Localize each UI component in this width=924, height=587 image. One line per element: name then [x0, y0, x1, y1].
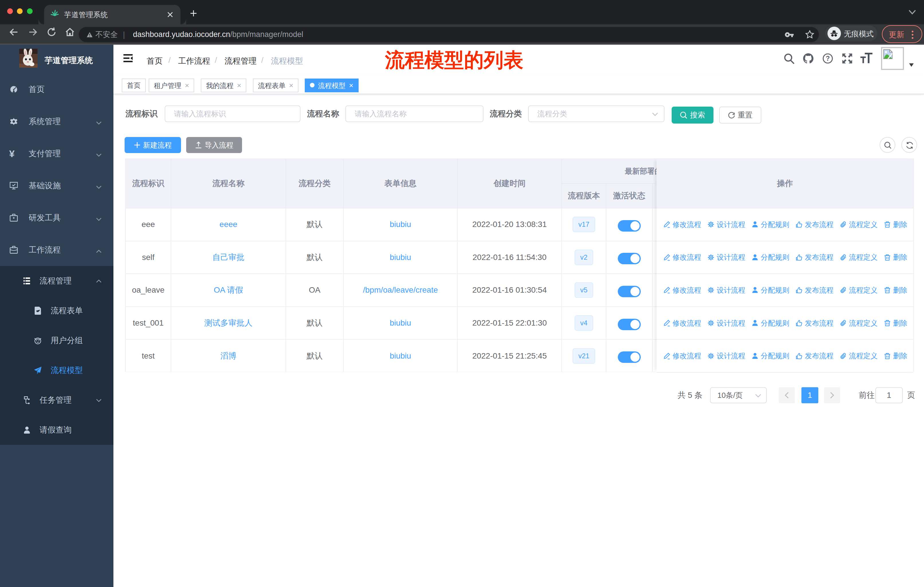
svg-text:?: ? — [826, 55, 830, 62]
